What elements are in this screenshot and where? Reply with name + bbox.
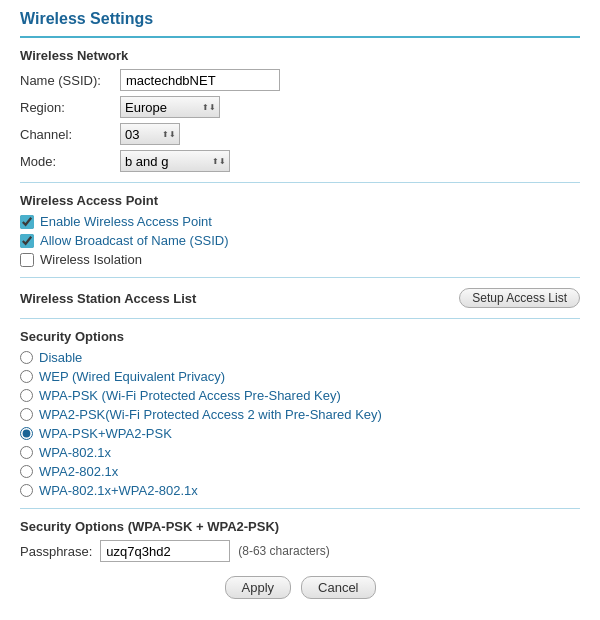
security-wpa-section: Security Options (WPA-PSK + WPA2-PSK) Pa… <box>20 519 580 562</box>
wireless-ap-title: Wireless Access Point <box>20 193 580 208</box>
radio-wep-label: WEP (Wired Equivalent Privacy) <box>39 369 225 384</box>
divider-3 <box>20 318 580 319</box>
radio-disable[interactable] <box>20 351 33 364</box>
wireless-ap-section: Wireless Access Point Enable Wireless Ac… <box>20 193 580 267</box>
main-divider <box>20 36 580 38</box>
ssid-row: Name (SSID): <box>20 69 580 91</box>
isolation-row: Wireless Isolation <box>20 252 580 267</box>
radio-wpa-psk-label: WPA-PSK (Wi-Fi Protected Access Pre-Shar… <box>39 388 341 403</box>
ssid-input[interactable] <box>120 69 280 91</box>
region-select[interactable]: Europe Americas Asia <box>120 96 220 118</box>
region-select-wrapper: Europe Americas Asia <box>120 96 220 118</box>
radio-wep-row: WEP (Wired Equivalent Privacy) <box>20 369 580 384</box>
radio-wpa2-802[interactable] <box>20 465 33 478</box>
mode-row: Mode: b and g b only g only n only <box>20 150 580 172</box>
radio-wpa-wpa2-802[interactable] <box>20 484 33 497</box>
apply-button[interactable]: Apply <box>225 576 292 599</box>
enable-ap-checkbox[interactable] <box>20 215 34 229</box>
divider-4 <box>20 508 580 509</box>
region-row: Region: Europe Americas Asia <box>20 96 580 118</box>
isolation-label: Wireless Isolation <box>40 252 142 267</box>
passphrase-input[interactable] <box>100 540 230 562</box>
radio-disable-label: Disable <box>39 350 82 365</box>
channel-select-wrapper: 010203 040506 070809 10111213 <box>120 123 180 145</box>
radio-wpa-psk[interactable] <box>20 389 33 402</box>
cancel-button[interactable]: Cancel <box>301 576 375 599</box>
channel-label: Channel: <box>20 127 120 142</box>
radio-wpa-psk-wpa2-psk[interactable] <box>20 427 33 440</box>
security-options-section: Security Options Disable WEP (Wired Equi… <box>20 329 580 498</box>
radio-disable-row: Disable <box>20 350 580 365</box>
station-access-title: Wireless Station Access List <box>20 291 196 306</box>
ssid-label: Name (SSID): <box>20 73 120 88</box>
radio-wpa-802[interactable] <box>20 446 33 459</box>
security-options-title: Security Options <box>20 329 580 344</box>
radio-wpa-psk-row: WPA-PSK (Wi-Fi Protected Access Pre-Shar… <box>20 388 580 403</box>
region-label: Region: <box>20 100 120 115</box>
channel-select[interactable]: 010203 040506 070809 10111213 <box>120 123 180 145</box>
button-row: Apply Cancel <box>20 576 580 599</box>
radio-wpa-wpa2-802-row: WPA-802.1x+WPA2-802.1x <box>20 483 580 498</box>
radio-wpa2-psk-row: WPA2-PSK(Wi-Fi Protected Access 2 with P… <box>20 407 580 422</box>
wireless-network-title: Wireless Network <box>20 48 580 63</box>
radio-wpa2-psk-label: WPA2-PSK(Wi-Fi Protected Access 2 with P… <box>39 407 382 422</box>
security-wpa-title: Security Options (WPA-PSK + WPA2-PSK) <box>20 519 580 534</box>
allow-broadcast-checkbox[interactable] <box>20 234 34 248</box>
wireless-network-section: Wireless Network Name (SSID): Region: Eu… <box>20 48 580 172</box>
enable-ap-row: Enable Wireless Access Point <box>20 214 580 229</box>
radio-wpa2-psk[interactable] <box>20 408 33 421</box>
radio-wpa-psk-wpa2-psk-label: WPA-PSK+WPA2-PSK <box>39 426 172 441</box>
radio-wpa-wpa2-802-label: WPA-802.1x+WPA2-802.1x <box>39 483 198 498</box>
radio-wep[interactable] <box>20 370 33 383</box>
passphrase-row: Passphrase: (8-63 characters) <box>20 540 580 562</box>
radio-wpa-802-row: WPA-802.1x <box>20 445 580 460</box>
mode-select[interactable]: b and g b only g only n only <box>120 150 230 172</box>
radio-wpa-802-label: WPA-802.1x <box>39 445 111 460</box>
page-title: Wireless Settings <box>20 10 580 28</box>
page-container: Wireless Settings Wireless Network Name … <box>0 0 600 619</box>
isolation-checkbox[interactable] <box>20 253 34 267</box>
setup-access-button[interactable]: Setup Access List <box>459 288 580 308</box>
allow-broadcast-label: Allow Broadcast of Name (SSID) <box>40 233 229 248</box>
passphrase-hint: (8-63 characters) <box>238 544 329 558</box>
allow-broadcast-row: Allow Broadcast of Name (SSID) <box>20 233 580 248</box>
station-access-section: Wireless Station Access List Setup Acces… <box>20 288 580 308</box>
divider-1 <box>20 182 580 183</box>
channel-row: Channel: 010203 040506 070809 10111213 <box>20 123 580 145</box>
mode-label: Mode: <box>20 154 120 169</box>
enable-ap-label: Enable Wireless Access Point <box>40 214 212 229</box>
passphrase-label: Passphrase: <box>20 544 92 559</box>
radio-wpa2-802-label: WPA2-802.1x <box>39 464 118 479</box>
mode-select-wrapper: b and g b only g only n only <box>120 150 230 172</box>
divider-2 <box>20 277 580 278</box>
radio-wpa2-802-row: WPA2-802.1x <box>20 464 580 479</box>
radio-wpa-psk-wpa2-psk-row: WPA-PSK+WPA2-PSK <box>20 426 580 441</box>
